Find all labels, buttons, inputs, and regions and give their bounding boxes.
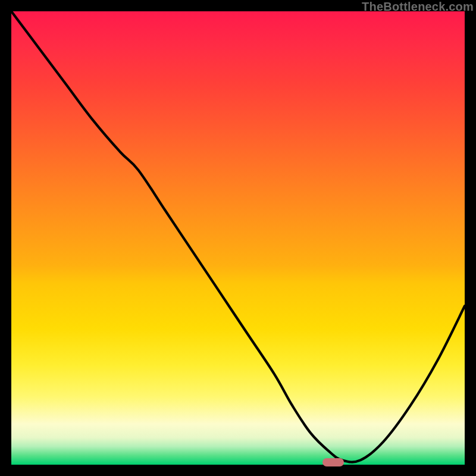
bottleneck-curve [11,11,465,465]
plot-area [11,11,465,465]
optimal-marker [322,458,344,466]
chart-frame: TheBottleneck.com [0,0,476,476]
